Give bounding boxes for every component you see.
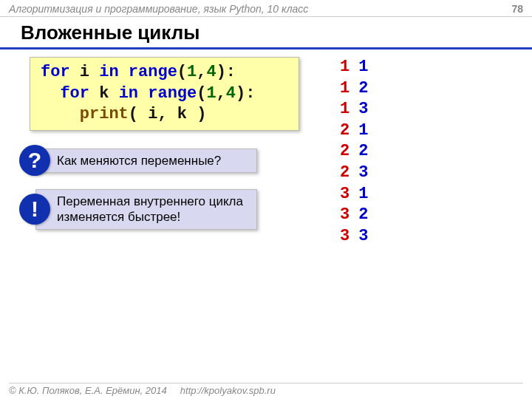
code-line-1: for i in range(1,4):: [41, 62, 288, 83]
output-row: 32: [340, 205, 368, 226]
code-line-2: for k in range(1,4):: [41, 83, 288, 105]
code-block: for i in range(1,4): for k in range(1,4)…: [30, 57, 299, 131]
course-label: Алгоритмизация и программирование, язык …: [9, 3, 308, 15]
output-row: 31: [340, 184, 368, 205]
question-callout: ? Как меняются переменные?: [35, 149, 532, 173]
code-line-3: print( i, k ): [41, 104, 288, 126]
output-row: 12: [340, 78, 368, 100]
footer-url: http://kpolyakov.spb.ru: [180, 385, 276, 396]
output-row: 21: [340, 120, 368, 142]
callouts: ? Как меняются переменные? ! Переменная …: [30, 149, 532, 230]
exclaim-icon: !: [19, 194, 50, 225]
copyright: © К.Ю. Поляков, Е.А. Ерёмин, 2014: [9, 385, 167, 396]
content-area: for i in range(1,4): for k in range(1,4)…: [0, 57, 532, 230]
output-row: 23: [340, 163, 368, 184]
output-row: 11: [340, 57, 368, 78]
question-icon: ?: [19, 145, 50, 176]
header-bar: Алгоритмизация и программирование, язык …: [0, 0, 532, 17]
exclaim-text: Переменная внутреннего цикла изменяется …: [35, 189, 257, 230]
page-title: Вложенные циклы: [0, 17, 532, 50]
output-row: 13: [340, 99, 368, 120]
page-number: 78: [511, 3, 523, 15]
footer: © К.Ю. Поляков, Е.А. Ерёмин, 2014 http:/…: [9, 383, 523, 396]
output-row: 22: [340, 141, 368, 163]
question-text: Как меняются переменные?: [35, 149, 257, 173]
output-column: 11 12 13 21 22 23 31 32 33: [340, 57, 368, 247]
exclaim-callout: ! Переменная внутреннего цикла изменяетс…: [35, 189, 532, 230]
output-row: 33: [340, 226, 368, 248]
